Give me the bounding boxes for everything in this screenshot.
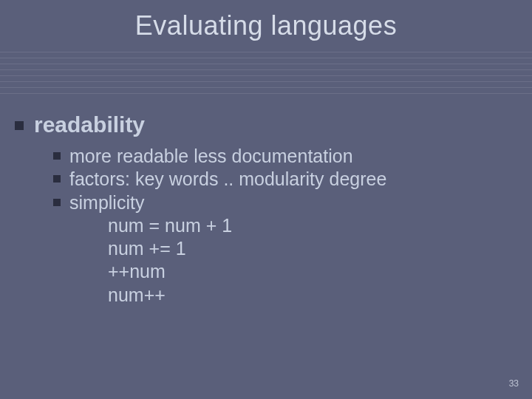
level2-text: factors: key words .. modularity degree — [69, 168, 386, 191]
level1-text: readability — [34, 112, 145, 137]
square-bullet-icon — [53, 175, 61, 183]
code-line: num++ — [108, 284, 517, 307]
square-bullet-icon — [15, 121, 24, 130]
slide: Evaluating languages readability more re… — [0, 0, 532, 399]
slide-title: Evaluating languages — [0, 0, 532, 41]
bullet-level2: simplicity — [53, 191, 517, 214]
code-line: ++num — [108, 260, 517, 283]
level2-group: more readable less documentation factors… — [53, 145, 517, 307]
level2-text: more readable less documentation — [69, 145, 353, 168]
decorative-stripes — [0, 52, 532, 99]
slide-body: readability more readable less documenta… — [15, 112, 517, 307]
bullet-level1: readability — [15, 112, 517, 137]
bullet-level2: factors: key words .. modularity degree — [53, 168, 517, 191]
code-line: num = num + 1 — [108, 214, 517, 237]
square-bullet-icon — [53, 152, 61, 160]
page-number: 33 — [509, 378, 519, 389]
square-bullet-icon — [53, 199, 61, 206]
code-line: num += 1 — [108, 237, 517, 260]
bullet-level2: more readable less documentation — [53, 145, 517, 168]
level2-text: simplicity — [69, 191, 144, 214]
